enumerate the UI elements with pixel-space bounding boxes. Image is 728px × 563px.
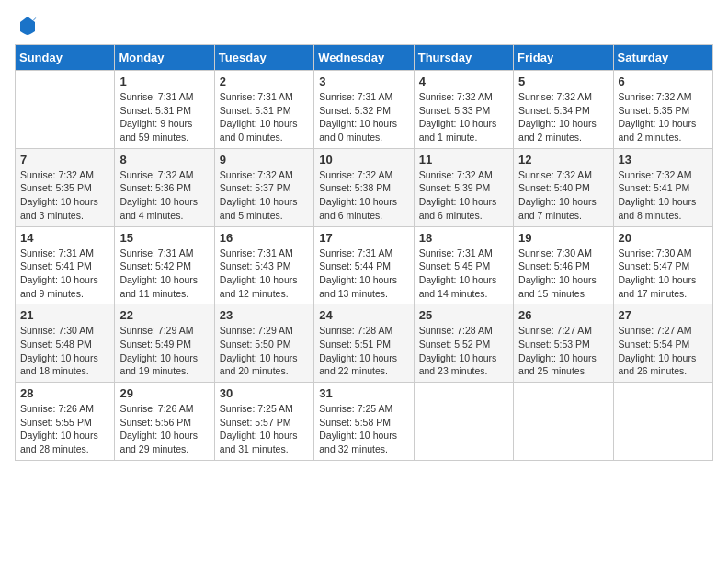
day-info: Sunrise: 7:30 AMSunset: 5:47 PMDaylight:… [619, 247, 708, 301]
day-info: Sunrise: 7:31 AMSunset: 5:31 PMDaylight:… [220, 90, 309, 144]
day-info: Sunrise: 7:32 AMSunset: 5:36 PMDaylight:… [119, 168, 209, 223]
day-info: Sunrise: 7:32 AMSunset: 5:33 PMDaylight:… [419, 90, 508, 144]
day-number: 16 [220, 231, 309, 245]
day-info: Sunrise: 7:32 AMSunset: 5:41 PMDaylight:… [619, 168, 708, 223]
calendar-day-cell [414, 383, 513, 461]
day-number: 9 [220, 153, 309, 167]
day-info: Sunrise: 7:25 AMSunset: 5:57 PMDaylight:… [220, 402, 309, 456]
calendar-week-row: 14Sunrise: 7:31 AMSunset: 5:41 PMDayligh… [16, 226, 713, 304]
calendar-day-cell [16, 71, 115, 149]
calendar-day-cell: 12Sunrise: 7:32 AMSunset: 5:40 PMDayligh… [514, 148, 613, 226]
day-info: Sunrise: 7:31 AMSunset: 5:32 PMDaylight:… [319, 90, 408, 144]
day-number: 25 [419, 308, 508, 322]
calendar-day-cell: 26Sunrise: 7:27 AMSunset: 5:53 PMDayligh… [514, 304, 613, 383]
weekday-header: Thursday [414, 45, 513, 71]
weekday-header: Wednesday [314, 45, 414, 71]
calendar-day-cell: 8Sunrise: 7:32 AMSunset: 5:36 PMDaylight… [115, 148, 214, 226]
calendar-week-row: 1Sunrise: 7:31 AMSunset: 5:31 PMDaylight… [16, 71, 713, 149]
day-number: 14 [20, 231, 109, 245]
calendar-day-cell: 25Sunrise: 7:28 AMSunset: 5:52 PMDayligh… [414, 304, 513, 383]
calendar-day-cell: 9Sunrise: 7:32 AMSunset: 5:37 PMDaylight… [214, 148, 313, 226]
day-number: 27 [619, 308, 708, 322]
day-info: Sunrise: 7:31 AMSunset: 5:42 PMDaylight:… [119, 247, 209, 301]
day-number: 22 [119, 308, 209, 322]
calendar-day-cell: 17Sunrise: 7:31 AMSunset: 5:44 PMDayligh… [314, 226, 414, 304]
day-number: 2 [220, 75, 309, 88]
day-info: Sunrise: 7:28 AMSunset: 5:51 PMDaylight:… [319, 324, 408, 378]
weekday-header: Monday [115, 45, 214, 71]
day-number: 23 [220, 308, 309, 322]
day-number: 21 [20, 308, 109, 322]
day-info: Sunrise: 7:32 AMSunset: 5:35 PMDaylight:… [619, 90, 708, 144]
calendar-day-cell: 14Sunrise: 7:31 AMSunset: 5:41 PMDayligh… [16, 226, 115, 304]
day-number: 15 [119, 231, 209, 245]
calendar-day-cell: 2Sunrise: 7:31 AMSunset: 5:31 PMDaylight… [214, 71, 313, 149]
day-number: 18 [419, 231, 508, 245]
calendar-week-row: 7Sunrise: 7:32 AMSunset: 5:35 PMDaylight… [16, 148, 713, 226]
day-info: Sunrise: 7:27 AMSunset: 5:54 PMDaylight:… [619, 324, 708, 378]
calendar-day-cell: 20Sunrise: 7:30 AMSunset: 5:47 PMDayligh… [613, 226, 712, 304]
day-info: Sunrise: 7:32 AMSunset: 5:39 PMDaylight:… [419, 168, 508, 223]
calendar-header-row: SundayMondayTuesdayWednesdayThursdayFrid… [16, 45, 713, 71]
day-info: Sunrise: 7:32 AMSunset: 5:37 PMDaylight:… [220, 168, 309, 223]
calendar-week-row: 28Sunrise: 7:26 AMSunset: 5:55 PMDayligh… [16, 383, 713, 461]
calendar-day-cell: 27Sunrise: 7:27 AMSunset: 5:54 PMDayligh… [613, 304, 712, 383]
calendar-day-cell: 23Sunrise: 7:29 AMSunset: 5:50 PMDayligh… [214, 304, 313, 383]
calendar-day-cell: 5Sunrise: 7:32 AMSunset: 5:34 PMDaylight… [514, 71, 613, 149]
day-info: Sunrise: 7:28 AMSunset: 5:52 PMDaylight:… [419, 324, 508, 378]
weekday-header: Friday [514, 45, 613, 71]
calendar-day-cell: 15Sunrise: 7:31 AMSunset: 5:42 PMDayligh… [115, 226, 214, 304]
day-number: 1 [119, 75, 209, 88]
day-number: 30 [220, 386, 309, 400]
day-info: Sunrise: 7:27 AMSunset: 5:53 PMDaylight:… [518, 324, 608, 378]
day-info: Sunrise: 7:30 AMSunset: 5:48 PMDaylight:… [20, 324, 109, 378]
day-number: 6 [619, 75, 708, 88]
calendar-day-cell: 22Sunrise: 7:29 AMSunset: 5:49 PMDayligh… [115, 304, 214, 383]
day-info: Sunrise: 7:31 AMSunset: 5:44 PMDaylight:… [319, 247, 408, 301]
day-number: 3 [319, 75, 408, 88]
calendar-week-row: 21Sunrise: 7:30 AMSunset: 5:48 PMDayligh… [16, 304, 713, 383]
weekday-header: Saturday [613, 45, 712, 71]
calendar-day-cell: 7Sunrise: 7:32 AMSunset: 5:35 PMDaylight… [16, 148, 115, 226]
calendar-day-cell: 4Sunrise: 7:32 AMSunset: 5:33 PMDaylight… [414, 71, 513, 149]
calendar-table: SundayMondayTuesdayWednesdayThursdayFrid… [15, 44, 713, 461]
day-info: Sunrise: 7:26 AMSunset: 5:55 PMDaylight:… [20, 402, 109, 456]
calendar-day-cell [613, 383, 712, 461]
day-info: Sunrise: 7:32 AMSunset: 5:40 PMDaylight:… [518, 168, 608, 223]
calendar-day-cell: 28Sunrise: 7:26 AMSunset: 5:55 PMDayligh… [16, 383, 115, 461]
logo [15, 15, 39, 33]
calendar-day-cell: 10Sunrise: 7:32 AMSunset: 5:38 PMDayligh… [314, 148, 414, 226]
calendar-day-cell [514, 383, 613, 461]
day-number: 17 [319, 231, 408, 245]
calendar-day-cell: 31Sunrise: 7:25 AMSunset: 5:58 PMDayligh… [314, 383, 414, 461]
day-number: 24 [319, 308, 408, 322]
calendar-day-cell: 11Sunrise: 7:32 AMSunset: 5:39 PMDayligh… [414, 148, 513, 226]
day-number: 29 [119, 386, 209, 400]
day-info: Sunrise: 7:31 AMSunset: 5:31 PMDaylight:… [119, 90, 209, 144]
day-info: Sunrise: 7:29 AMSunset: 5:49 PMDaylight:… [119, 324, 209, 378]
weekday-header: Tuesday [214, 45, 313, 71]
day-number: 26 [518, 308, 608, 322]
day-number: 20 [619, 231, 708, 245]
day-number: 7 [20, 153, 109, 167]
calendar-day-cell: 29Sunrise: 7:26 AMSunset: 5:56 PMDayligh… [115, 383, 214, 461]
calendar-day-cell: 18Sunrise: 7:31 AMSunset: 5:45 PMDayligh… [414, 226, 513, 304]
day-info: Sunrise: 7:26 AMSunset: 5:56 PMDaylight:… [119, 402, 209, 456]
day-info: Sunrise: 7:32 AMSunset: 5:38 PMDaylight:… [319, 168, 408, 223]
day-number: 13 [619, 153, 708, 167]
day-number: 31 [319, 386, 408, 400]
day-info: Sunrise: 7:32 AMSunset: 5:34 PMDaylight:… [518, 90, 608, 144]
day-info: Sunrise: 7:30 AMSunset: 5:46 PMDaylight:… [518, 247, 608, 301]
calendar-day-cell: 1Sunrise: 7:31 AMSunset: 5:31 PMDaylight… [115, 71, 214, 149]
calendar-day-cell: 6Sunrise: 7:32 AMSunset: 5:35 PMDaylight… [613, 71, 712, 149]
calendar-day-cell: 13Sunrise: 7:32 AMSunset: 5:41 PMDayligh… [613, 148, 712, 226]
day-number: 11 [419, 153, 508, 167]
calendar-day-cell: 19Sunrise: 7:30 AMSunset: 5:46 PMDayligh… [514, 226, 613, 304]
day-number: 4 [419, 75, 508, 88]
day-info: Sunrise: 7:31 AMSunset: 5:45 PMDaylight:… [419, 247, 508, 301]
calendar-day-cell: 16Sunrise: 7:31 AMSunset: 5:43 PMDayligh… [214, 226, 313, 304]
calendar-day-cell: 24Sunrise: 7:28 AMSunset: 5:51 PMDayligh… [314, 304, 414, 383]
logo-icon [17, 15, 39, 37]
calendar-day-cell: 30Sunrise: 7:25 AMSunset: 5:57 PMDayligh… [214, 383, 313, 461]
day-number: 5 [518, 75, 608, 88]
